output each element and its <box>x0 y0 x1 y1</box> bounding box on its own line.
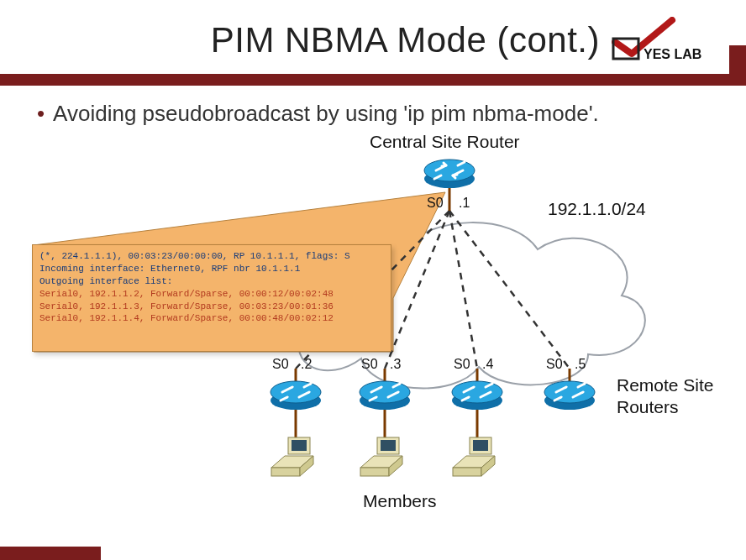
remote-label-1: Remote Site <box>617 375 714 395</box>
members-label: Members <box>363 491 437 511</box>
svg-rect-29 <box>292 440 307 451</box>
workstation-4-icon <box>453 434 502 483</box>
bullet-dot-icon: • <box>37 101 45 127</box>
central-router-icon <box>423 155 476 189</box>
r2-ip: .2 <box>301 357 312 372</box>
svg-rect-39 <box>473 440 488 451</box>
workstation-2-icon <box>271 434 320 483</box>
callout-line-6: Serial0, 192.1.1.4, Forward/Sparse, 00:0… <box>39 312 384 325</box>
svg-point-20 <box>360 381 410 403</box>
title-divider <box>0 74 746 86</box>
central-intf: S0 <box>427 196 444 211</box>
r4-intf: S0 <box>454 357 470 372</box>
workstation-3-icon <box>360 434 409 483</box>
svg-point-24 <box>544 381 595 403</box>
remote-router-2-icon <box>269 377 323 411</box>
remote-router-3-icon <box>358 377 412 411</box>
r3-intf: S0 <box>361 357 378 372</box>
logo-text: YES LAB <box>644 47 701 61</box>
svg-rect-34 <box>381 440 396 451</box>
yeslab-logo: YES LAB <box>612 17 712 64</box>
svg-point-22 <box>452 381 502 403</box>
mroute-callout: (*, 224.1.1.1), 00:03:23/00:00:00, RP 10… <box>32 244 391 352</box>
callout-line-3: Outgoing interface list: <box>39 275 384 288</box>
callout-line-1: (*, 224.1.1.1), 00:03:23/00:00:00, RP 10… <box>39 250 384 263</box>
callout-line-5: Serial0, 192.1.1.3, Forward/Sparse, 00:0… <box>39 301 384 313</box>
subnet-label: 192.1.1.0/24 <box>548 199 646 219</box>
r4-ip: .4 <box>482 357 493 372</box>
nbma-diagram: Central Site Router 192.1.1.0/24 Remote … <box>0 132 746 526</box>
callout-line-4: Serial0, 192.1.1.2, Forward/Sparse, 00:0… <box>39 288 384 301</box>
bullet-1: • Avoiding pseudobroadcast by using 'ip … <box>0 101 746 127</box>
bullet-text: Avoiding pseudobroadcast by using 'ip pi… <box>53 101 599 127</box>
r5-ip: .5 <box>575 357 586 372</box>
central-router-label: Central Site Router <box>370 132 520 152</box>
central-ip: .1 <box>459 196 470 211</box>
svg-rect-26 <box>271 468 300 476</box>
svg-rect-31 <box>360 468 389 476</box>
remote-router-5-icon <box>543 377 596 411</box>
svg-rect-36 <box>453 468 481 476</box>
r5-intf: S0 <box>546 357 563 372</box>
remote-router-4-icon <box>450 377 504 411</box>
page-title: PIM NBMA Mode (cont.) <box>211 20 600 60</box>
remote-label-2: Routers <box>617 397 679 417</box>
r3-ip: .3 <box>390 357 401 372</box>
callout-line-2: Incoming interface: Ethernet0, RPF nbr 1… <box>39 263 384 275</box>
svg-point-18 <box>271 381 321 403</box>
header: PIM NBMA Mode (cont.) YES LAB <box>0 0 746 72</box>
footer-accent <box>0 547 101 560</box>
r2-intf: S0 <box>272 357 289 372</box>
